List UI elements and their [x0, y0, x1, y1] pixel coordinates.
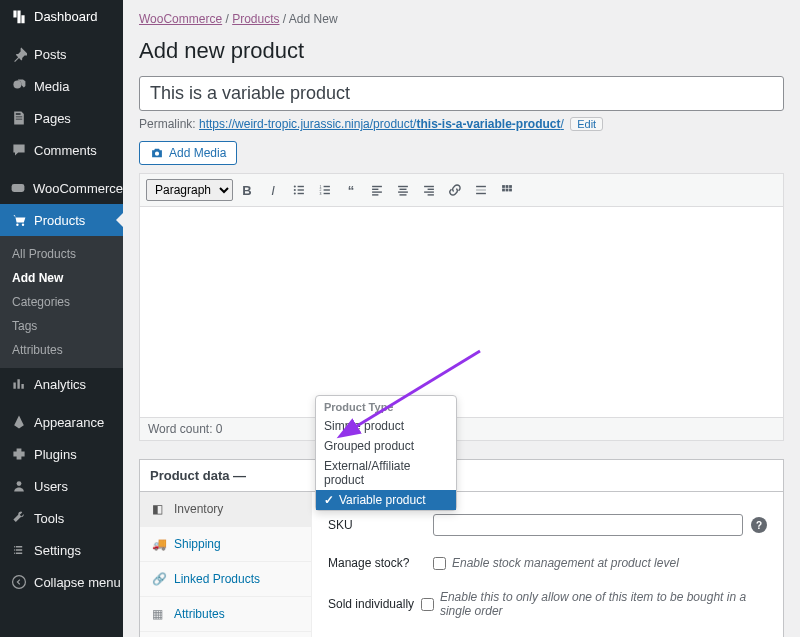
breadcrumb-current: Add New [289, 12, 338, 26]
sold-individually-hint: Enable this to only allow one of this it… [440, 590, 767, 618]
add-media-button[interactable]: Add Media [139, 141, 237, 165]
sidebar-label: WooCommerce [33, 181, 123, 196]
submenu-attributes[interactable]: Attributes [0, 338, 123, 362]
bold-icon[interactable]: B [235, 178, 259, 202]
sold-individually-row: Sold individually Enable this to only al… [328, 580, 767, 628]
link-icon: 🔗 [152, 572, 166, 586]
submenu-add-new[interactable]: Add New [0, 266, 123, 290]
svg-point-4 [17, 481, 22, 486]
product-title-input[interactable] [139, 76, 784, 111]
sidebar-item-appearance[interactable]: Appearance [0, 406, 123, 438]
sidebar-label: Dashboard [34, 9, 98, 24]
svg-rect-14 [324, 193, 330, 194]
manage-stock-checkbox[interactable] [433, 557, 446, 570]
sold-individually-checkbox[interactable] [421, 598, 434, 611]
sidebar-item-woocommerce[interactable]: WooCommerce [0, 172, 123, 204]
tab-attributes[interactable]: ▦Attributes [140, 597, 311, 632]
manage-stock-hint: Enable stock management at product level [452, 556, 679, 570]
tab-variations[interactable]: ▤Variations [140, 632, 311, 637]
sidebar-label: Plugins [34, 447, 77, 462]
align-center-icon[interactable] [391, 178, 415, 202]
dropdown-header: Product Type [316, 396, 456, 416]
svg-rect-7 [298, 186, 304, 187]
product-data-header: Product data — [140, 460, 783, 492]
tab-shipping[interactable]: 🚚Shipping [140, 527, 311, 562]
sidebar-item-analytics[interactable]: Analytics [0, 368, 123, 400]
svg-rect-27 [428, 189, 434, 190]
help-icon[interactable]: ? [751, 517, 767, 533]
align-left-icon[interactable] [365, 178, 389, 202]
sidebar-item-pages[interactable]: Pages [0, 102, 123, 134]
svg-rect-33 [502, 185, 505, 188]
sidebar-item-settings[interactable]: Settings [0, 534, 123, 566]
permalink-row: Permalink: https://weird-tropic.jurassic… [139, 111, 784, 141]
svg-rect-12 [324, 186, 330, 187]
svg-rect-36 [502, 189, 505, 192]
sidebar-label: Users [34, 479, 68, 494]
svg-rect-18 [372, 186, 382, 187]
svg-rect-19 [372, 189, 378, 190]
option-simple-product[interactable]: Simple product [316, 416, 456, 436]
sidebar-item-dashboard[interactable]: Dashboard [0, 0, 123, 32]
paragraph-select[interactable]: Paragraph [146, 179, 233, 201]
manage-stock-label: Manage stock? [328, 556, 433, 570]
product-type-dropdown[interactable]: Product Type Simple product Grouped prod… [315, 395, 457, 511]
option-variable-product[interactable]: Variable product [316, 490, 456, 510]
sidebar-collapse[interactable]: Collapse menu [0, 566, 123, 598]
svg-point-10 [294, 192, 296, 194]
sidebar-item-tools[interactable]: Tools [0, 502, 123, 534]
tools-icon [10, 509, 28, 527]
comment-icon [10, 141, 28, 159]
submenu-tags[interactable]: Tags [0, 314, 123, 338]
svg-point-8 [294, 189, 296, 191]
svg-rect-37 [506, 189, 509, 192]
sidebar-label: Comments [34, 143, 97, 158]
manage-stock-row: Manage stock? Enable stock management at… [328, 546, 767, 580]
sidebar-label: Tools [34, 511, 64, 526]
sidebar-item-plugins[interactable]: Plugins [0, 438, 123, 470]
appearance-icon [10, 413, 28, 431]
pin-icon [10, 45, 28, 63]
svg-rect-31 [476, 189, 486, 190]
sidebar-label: Analytics [34, 377, 86, 392]
svg-rect-1 [12, 184, 25, 192]
sidebar-item-media[interactable]: Media [0, 70, 123, 102]
sku-input[interactable] [433, 514, 743, 536]
tab-inventory[interactable]: ◧Inventory [140, 492, 311, 527]
toolbar-toggle-icon[interactable] [495, 178, 519, 202]
align-right-icon[interactable] [417, 178, 441, 202]
analytics-icon [10, 375, 28, 393]
admin-sidebar: Dashboard Posts Media Pages Comments Woo… [0, 0, 123, 637]
word-count: Word count: 0 [140, 417, 783, 440]
sku-label: SKU [328, 518, 433, 532]
svg-rect-29 [428, 194, 434, 195]
blockquote-icon[interactable]: “ [339, 178, 363, 202]
plugins-icon [10, 445, 28, 463]
breadcrumb-products[interactable]: Products [232, 12, 279, 26]
option-external-product[interactable]: External/Affiliate product [316, 456, 456, 490]
media-icon [10, 77, 28, 95]
number-list-icon[interactable]: 123 [313, 178, 337, 202]
woo-icon [10, 179, 27, 197]
submenu-categories[interactable]: Categories [0, 290, 123, 314]
breadcrumb-woocommerce[interactable]: WooCommerce [139, 12, 222, 26]
permalink-link[interactable]: https://weird-tropic.jurassic.ninja/prod… [199, 117, 564, 131]
submenu-all-products[interactable]: All Products [0, 242, 123, 266]
bullet-list-icon[interactable] [287, 178, 311, 202]
editor-textarea[interactable] [140, 207, 783, 417]
sidebar-item-products[interactable]: Products [0, 204, 123, 236]
sidebar-item-users[interactable]: Users [0, 470, 123, 502]
svg-point-0 [13, 80, 21, 88]
insert-more-icon[interactable] [469, 178, 493, 202]
option-grouped-product[interactable]: Grouped product [316, 436, 456, 456]
permalink-edit-button[interactable]: Edit [570, 117, 603, 131]
sidebar-item-comments[interactable]: Comments [0, 134, 123, 166]
svg-rect-24 [398, 191, 408, 192]
svg-rect-21 [372, 194, 378, 195]
tab-linked-products[interactable]: 🔗Linked Products [140, 562, 311, 597]
sidebar-item-posts[interactable]: Posts [0, 38, 123, 70]
link-icon[interactable] [443, 178, 467, 202]
svg-rect-9 [298, 189, 304, 190]
italic-icon[interactable]: I [261, 178, 285, 202]
editor-toolbar: Paragraph B I 123 “ [140, 174, 783, 207]
